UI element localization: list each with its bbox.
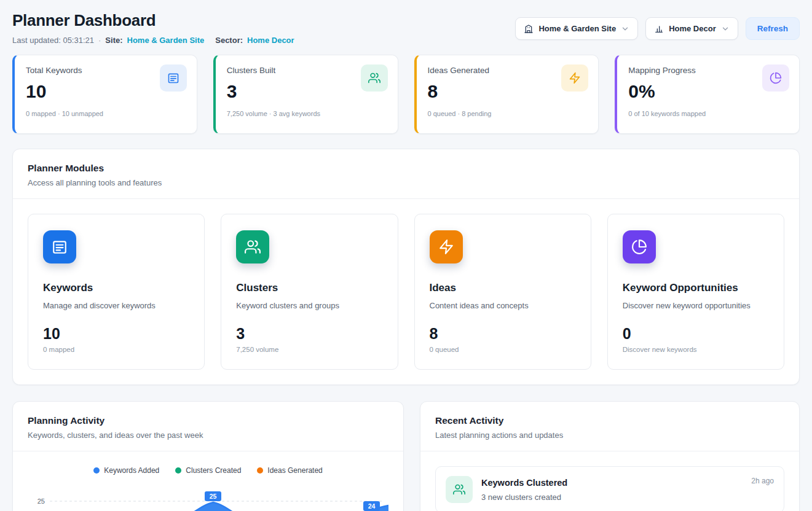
sector-label: Sector: [215,36,243,45]
planning-activity-subtitle: Keywords, clusters, and ideas over the p… [28,431,388,440]
module-caption: 7,250 volume [236,346,382,353]
document-icon [160,64,187,92]
stat-cards-row: Total Keywords 10 0 mapped · 10 unmapped… [12,55,800,134]
legend-item-ideas-generated[interactable]: Ideas Generated [257,466,322,475]
module-title: Ideas [430,282,576,294]
site-link[interactable]: Home & Garden Site [127,36,205,45]
module-description: Discover new keyword opportunities [623,301,769,310]
refresh-button[interactable]: Refresh [746,17,800,40]
site-label: Site: [105,36,122,45]
module-card-ideas[interactable]: Ideas Content ideas and concepts 8 0 que… [414,214,591,370]
y-axis-tick: 25 [37,497,45,505]
planning-activity-title: Planning Activity [28,415,388,426]
legend-item-clusters-created[interactable]: Clusters Created [175,466,241,475]
building-icon [524,24,534,34]
lightning-icon [430,230,463,263]
pie-chart-icon [762,64,789,92]
module-value: 0 [623,325,769,343]
document-icon [43,230,76,263]
stat-caption: 7,250 volume · 3 avg keywords [227,110,387,117]
svg-text:24: 24 [368,502,376,510]
modules-title: Planner Modules [28,163,784,174]
separator-dot: · [98,36,101,45]
module-card-keywords[interactable]: Keywords Manage and discover keywords 10… [28,214,205,370]
module-card-keyword-opportunities[interactable]: Keyword Opportunities Discover new keywo… [607,214,784,370]
planning-activity-chart: 25 25 24 [28,483,388,511]
activity-item: Keywords Clustered 3 new clusters create… [435,466,784,511]
module-title: Clusters [236,282,382,294]
stat-caption: 0 of 10 keywords mapped [628,110,788,117]
activity-description: 3 new clusters created [481,493,567,502]
recent-activity-panel: Recent Activity Latest planning actions … [420,401,800,511]
stat-card-mapping-progress: Mapping Progress 0% 0 of 10 keywords map… [615,55,800,134]
site-selector[interactable]: Home & Garden Site [515,17,638,40]
svg-text:25: 25 [210,493,217,500]
meta-row: Last updated: 05:31:21 · Site: Home & Ga… [12,36,294,45]
point-label: 25 [205,491,221,501]
module-caption: 0 mapped [43,346,189,353]
stat-card-clusters-built: Clusters Built 3 7,250 volume · 3 avg ke… [213,55,398,134]
recent-activity-subtitle: Latest planning actions and updates [435,431,784,440]
chevron-down-icon [721,25,730,33]
module-value: 3 [236,325,382,343]
modules-grid: Keywords Manage and discover keywords 10… [13,199,799,384]
last-updated-text: Last updated: 05:31:21 [12,36,94,45]
sector-selector-value: Home Decor [669,24,716,33]
module-title: Keyword Opportunities [623,282,769,294]
module-caption: Discover new keywords [623,346,769,353]
activity-timestamp: 2h ago [751,477,774,485]
legend-item-keywords-added[interactable]: Keywords Added [93,466,159,475]
module-title: Keywords [43,282,189,294]
activity-title: Keywords Clustered [481,478,567,488]
users-icon [446,476,473,503]
planning-activity-panel: Planning Activity Keywords, clusters, an… [12,401,404,511]
legend-dot [257,467,263,474]
module-value: 8 [430,325,576,343]
point-label: 24 [363,501,380,511]
planner-dashboard-page: Planner Dashboard Last updated: 05:31:21… [0,0,812,511]
users-icon [361,64,388,92]
module-value: 10 [43,325,189,343]
module-description: Manage and discover keywords [43,301,189,310]
module-caption: 0 queued [430,346,576,353]
module-description: Content ideas and concepts [430,301,576,310]
stat-caption: 0 mapped · 10 unmapped [26,110,186,117]
pie-chart-icon [623,230,656,263]
chevron-down-icon [621,25,629,33]
site-selector-value: Home & Garden Site [538,24,616,33]
stat-card-ideas-generated: Ideas Generated 8 0 queued · 8 pending [414,55,599,134]
stat-caption: 0 queued · 8 pending [428,110,588,117]
stat-card-total-keywords: Total Keywords 10 0 mapped · 10 unmapped [12,55,197,134]
legend-dot [93,467,100,474]
modules-subtitle: Access all planning tools and features [28,178,784,187]
topbar-controls: Home & Garden Site Home Decor Refresh [515,17,800,40]
module-description: Keyword clusters and groups [236,301,382,310]
planner-modules-panel: Planner Modules Access all planning tool… [12,149,800,385]
lightning-icon [561,64,588,92]
topbar: Planner Dashboard Last updated: 05:31:21… [12,11,800,45]
bottom-row: Planning Activity Keywords, clusters, an… [12,401,800,511]
page-title: Planner Dashboard [12,11,294,30]
sector-link[interactable]: Home Decor [247,36,294,45]
bar-chart-icon [654,24,664,34]
recent-activity-title: Recent Activity [435,415,784,426]
sector-selector[interactable]: Home Decor [645,17,738,40]
users-icon [236,230,269,263]
chart-legend: Keywords Added Clusters Created Ideas Ge… [28,466,388,475]
legend-dot [175,467,181,474]
module-card-clusters[interactable]: Clusters Keyword clusters and groups 3 7… [221,214,398,370]
